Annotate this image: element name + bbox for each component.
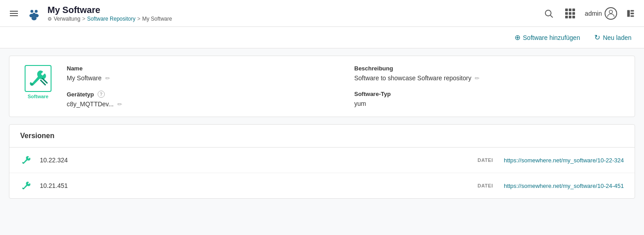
versions-card: Versionen 10.22.324 DATEI https://somewh… <box>9 124 635 199</box>
version-url-link[interactable]: https://somewhere.net/my_software/10-24-… <box>504 183 624 189</box>
name-label: Name <box>67 65 336 72</box>
svg-rect-12 <box>631 15 634 17</box>
version-icon-0 <box>20 154 33 166</box>
description-label: Beschreibung <box>354 65 624 72</box>
svg-point-5 <box>31 17 36 20</box>
layout-icon <box>626 9 635 18</box>
svg-point-15 <box>23 188 24 189</box>
software-type-label: Software-Typ <box>354 91 624 97</box>
version-row: 10.21.451 DATEI https://somewhere.net/my… <box>9 173 635 198</box>
svg-point-0 <box>30 10 33 13</box>
admin-username: admin <box>585 10 602 17</box>
app-icon <box>26 5 42 22</box>
info-card-fields: Name My Software ✏ Beschreibung Software… <box>67 65 624 108</box>
device-type-value-row: c8y_MQTTDev... ✏ <box>67 100 336 108</box>
svg-point-13 <box>30 83 33 86</box>
version-icon-1 <box>20 179 33 192</box>
hamburger-menu-button[interactable] <box>7 8 21 19</box>
svg-point-14 <box>23 162 24 164</box>
svg-rect-11 <box>631 13 634 14</box>
version-bug-icon <box>21 155 31 165</box>
admin-avatar-icon <box>605 7 617 20</box>
svg-rect-9 <box>627 10 630 17</box>
svg-line-7 <box>550 15 553 17</box>
search-icon <box>544 9 554 18</box>
name-field-group: Name My Software ✏ <box>67 65 336 82</box>
name-value-row: My Software ✏ <box>67 74 336 82</box>
name-edit-icon[interactable]: ✏ <box>105 75 110 82</box>
description-edit-icon[interactable]: ✏ <box>475 75 480 82</box>
datei-label: DATEI <box>477 157 493 163</box>
software-type-value-row: yum <box>354 100 624 107</box>
admin-user-area[interactable]: admin <box>585 7 617 20</box>
version-number: 10.22.324 <box>40 157 470 164</box>
software-wrench-icon <box>28 69 48 88</box>
svg-point-1 <box>35 10 38 13</box>
add-software-label: Software hinzufügen <box>523 34 580 41</box>
page-title: My Software <box>47 4 172 15</box>
add-software-button[interactable]: ⊕ Software hinzufügen <box>511 30 584 44</box>
breadcrumb: ⚙ Verwaltung > Software Repository > My … <box>47 16 172 22</box>
software-type-value: yum <box>354 100 366 107</box>
main-content: Software Name My Software ✏ Beschreibung… <box>0 48 644 206</box>
version-row: 10.22.324 DATEI https://somewhere.net/my… <box>9 148 635 173</box>
versions-header: Versionen <box>9 125 635 148</box>
header-left: My Software ⚙ Verwaltung > Software Repo… <box>7 4 542 22</box>
software-type-field-group: Software-Typ yum <box>354 91 624 108</box>
grid-icon <box>564 8 576 19</box>
version-number: 10.21.451 <box>40 182 470 189</box>
device-type-label: Gerätetyp <box>67 91 94 98</box>
reload-label: Neu laden <box>603 34 631 41</box>
device-type-value: c8y_MQTTDev... <box>67 100 114 108</box>
breadcrumb-sep1: > <box>82 16 85 22</box>
software-icon-label: Software <box>28 94 48 99</box>
header-right: admin <box>542 6 637 21</box>
breadcrumb-software-repository-link[interactable]: Software Repository <box>87 16 135 22</box>
breadcrumb-home-icon: ⚙ <box>47 16 52 22</box>
svg-rect-10 <box>631 10 634 11</box>
hamburger-icon <box>9 10 19 17</box>
team-icon <box>27 6 41 21</box>
side-panel-toggle-button[interactable] <box>624 7 637 20</box>
versions-list: 10.22.324 DATEI https://somewhere.net/my… <box>9 148 635 198</box>
device-type-edit-icon[interactable]: ✏ <box>117 101 122 108</box>
grid-apps-button[interactable] <box>562 6 578 21</box>
versions-title: Versionen <box>20 132 54 139</box>
device-type-help-icon[interactable]: ? <box>98 91 105 98</box>
datei-label: DATEI <box>477 183 493 188</box>
reload-button[interactable]: ↻ Neu laden <box>591 30 635 44</box>
plus-icon: ⊕ <box>515 33 520 42</box>
version-bug-icon <box>21 181 31 191</box>
search-button[interactable] <box>542 7 555 20</box>
svg-point-6 <box>545 10 551 16</box>
breadcrumb-current: My Software <box>142 16 172 22</box>
software-info-card: Software Name My Software ✏ Beschreibung… <box>9 56 635 117</box>
description-field-group: Beschreibung Software to showcase Softwa… <box>354 65 624 82</box>
header-title-block: My Software ⚙ Verwaltung > Software Repo… <box>47 4 172 22</box>
breadcrumb-sep2: > <box>137 16 140 22</box>
breadcrumb-root: Verwaltung <box>54 16 80 22</box>
svg-point-8 <box>609 10 612 13</box>
description-value-row: Software to showcase Software repository… <box>354 74 624 82</box>
header: My Software ⚙ Verwaltung > Software Repo… <box>0 0 644 27</box>
device-type-field-group: Gerätetyp ? c8y_MQTTDev... ✏ <box>67 91 336 108</box>
reload-icon: ↻ <box>594 33 600 42</box>
version-url-link[interactable]: https://somewhere.net/my_software/10-22-… <box>504 157 624 164</box>
software-icon-column: Software <box>20 65 56 108</box>
name-value: My Software <box>67 74 102 82</box>
toolbar: ⊕ Software hinzufügen ↻ Neu laden <box>0 27 644 48</box>
description-value: Software to showcase Software repository <box>354 74 471 82</box>
software-icon-container <box>25 65 52 92</box>
